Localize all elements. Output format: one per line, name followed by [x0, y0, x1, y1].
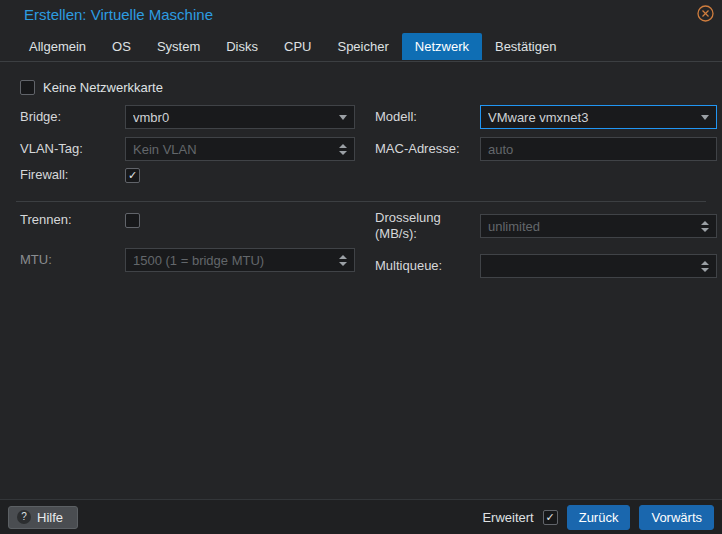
forward-button[interactable]: Vorwärts — [639, 505, 714, 530]
section-divider — [16, 201, 706, 202]
multiqueue-row: Multiqueue: — [375, 254, 717, 278]
dialog-title: Erstellen: Virtuelle Maschine — [24, 6, 213, 23]
tab-disks[interactable]: Disks — [213, 33, 271, 60]
modell-value: VMware vmxnet3 — [488, 110, 701, 125]
help-button[interactable]: ? Hilfe — [8, 506, 78, 529]
modell-row: Modell: VMware vmxnet3 — [375, 105, 717, 129]
drosselung-placeholder: unlimited — [488, 219, 701, 234]
trennen-row: Trennen: — [20, 212, 140, 228]
wizard-tab-bar: Allgemein OS System Disks CPU Speicher N… — [16, 33, 569, 60]
trennen-label: Trennen: — [20, 212, 125, 228]
tab-cpu[interactable]: CPU — [271, 33, 324, 60]
close-icon[interactable] — [697, 5, 714, 22]
tabbar-divider — [0, 61, 722, 62]
tab-os[interactable]: OS — [99, 33, 144, 60]
bridge-label: Bridge: — [20, 109, 125, 125]
tab-speicher[interactable]: Speicher — [324, 33, 401, 60]
help-button-label: Hilfe — [37, 510, 63, 525]
back-button[interactable]: Zurück — [567, 505, 631, 530]
bridge-combo[interactable]: vmbr0 — [125, 105, 355, 129]
mac-input[interactable]: auto — [480, 137, 717, 161]
drosselung-row: Drosselung (MB/s): unlimited — [375, 210, 717, 242]
spinner-up-down-icon[interactable] — [339, 144, 347, 155]
vlan-spinner-field[interactable]: Kein VLAN — [125, 137, 355, 161]
firewall-label: Firewall: — [20, 167, 125, 183]
advanced-label: Erweitert — [482, 510, 533, 525]
modell-combo[interactable]: VMware vmxnet3 — [480, 105, 717, 129]
mtu-row: MTU: 1500 (1 = bridge MTU) — [20, 248, 355, 272]
no-network-label: Keine Netzwerkkarte — [43, 80, 163, 95]
tab-bestaetigen[interactable]: Bestätigen — [482, 33, 569, 60]
drosselung-label: Drosselung (MB/s): — [375, 210, 480, 242]
drosselung-spinner-field[interactable]: unlimited — [480, 214, 717, 238]
mtu-spinner-field[interactable]: 1500 (1 = bridge MTU) — [125, 248, 355, 272]
firewall-checkbox[interactable] — [125, 168, 140, 183]
vlan-value: Kein VLAN — [133, 142, 339, 157]
bridge-row: Bridge: vmbr0 — [20, 105, 355, 129]
mtu-label: MTU: — [20, 252, 125, 268]
chevron-down-icon[interactable] — [339, 115, 347, 120]
spinner-up-down-icon[interactable] — [701, 221, 709, 232]
advanced-checkbox[interactable] — [543, 510, 558, 525]
tab-netzwerk[interactable]: Netzwerk — [402, 33, 482, 60]
multiqueue-label: Multiqueue: — [375, 258, 480, 274]
mtu-placeholder: 1500 (1 = bridge MTU) — [133, 253, 339, 268]
footer-actions: Erweitert Zurück Vorwärts — [482, 505, 714, 530]
mac-placeholder: auto — [488, 142, 709, 157]
spinner-up-down-icon[interactable] — [701, 261, 709, 272]
firewall-row: Firewall: — [20, 167, 140, 183]
mac-row: MAC-Adresse: auto — [375, 137, 717, 161]
no-network-row: Keine Netzwerkkarte — [20, 80, 163, 95]
no-network-checkbox[interactable] — [20, 80, 35, 95]
trennen-checkbox[interactable] — [125, 213, 140, 228]
dialog-footer: ? Hilfe Erweitert Zurück Vorwärts — [0, 499, 722, 534]
tab-allgemein[interactable]: Allgemein — [16, 33, 99, 60]
bridge-value: vmbr0 — [133, 110, 339, 125]
tab-system[interactable]: System — [144, 33, 213, 60]
question-circle-icon: ? — [17, 510, 31, 524]
spinner-up-down-icon[interactable] — [339, 255, 347, 266]
modell-label: Modell: — [375, 109, 480, 125]
create-vm-dialog: Erstellen: Virtuelle Maschine Allgemein … — [0, 0, 722, 534]
multiqueue-spinner-field[interactable] — [480, 254, 717, 278]
vlan-row: VLAN-Tag: Kein VLAN — [20, 137, 355, 161]
mac-label: MAC-Adresse: — [375, 141, 480, 157]
vlan-label: VLAN-Tag: — [20, 141, 125, 157]
chevron-down-icon[interactable] — [701, 115, 709, 120]
